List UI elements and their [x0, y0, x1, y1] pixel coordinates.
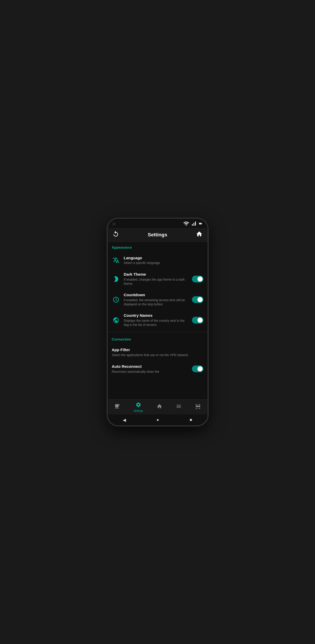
nav-logs[interactable] — [176, 403, 182, 411]
auto-reconnect-text: Auto Reconnect Reconnect automatically w… — [112, 364, 188, 374]
status-left — [112, 223, 115, 226]
language-title: Language — [124, 255, 203, 261]
country-names-title: Country Names — [124, 313, 188, 318]
setting-language[interactable]: Language Select a specific language — [108, 252, 208, 269]
android-nav: ◀ ● ■ — [108, 414, 208, 425]
setting-country-names[interactable]: Country Names Displays the name of the c… — [108, 310, 208, 330]
header: Settings — [108, 228, 208, 242]
section-header-appearance: Appearance — [108, 242, 208, 252]
logs-icon — [176, 403, 182, 411]
settings-nav-label: Settings — [133, 409, 143, 412]
dark-theme-toggle-knob — [197, 276, 203, 282]
status-bar — [108, 219, 208, 228]
phone-screen: Settings Appearance — [108, 219, 208, 425]
camera-dot — [112, 223, 115, 226]
section-header-connection: Connection — [108, 334, 208, 344]
wifi-icon — [183, 220, 189, 228]
android-recents-btn[interactable]: ■ — [190, 418, 192, 422]
phone-shell: Settings Appearance — [107, 218, 208, 426]
country-names-icon — [112, 316, 120, 324]
android-home-btn[interactable]: ● — [157, 418, 159, 422]
section-appearance: Appearance Language Select a specific la… — [108, 242, 208, 330]
section-divider — [108, 332, 208, 332]
setting-countdown[interactable]: Countdown If enabled, the remaining acce… — [108, 289, 208, 310]
app-filter-desc: Select the applications that use or not … — [112, 353, 203, 357]
content-scroll[interactable]: Appearance Language Select a specific la… — [108, 242, 208, 399]
dark-theme-toggle[interactable] — [192, 276, 203, 282]
country-names-desc: Displays the name of the country next to… — [124, 319, 188, 327]
settings-icon — [136, 402, 141, 409]
setting-app-filter[interactable]: App Filter Select the applications that … — [108, 344, 208, 361]
dark-theme-text: Dark Theme If enabled, changes the app t… — [124, 272, 188, 286]
back-button[interactable] — [112, 231, 119, 239]
home-nav-icon — [157, 403, 162, 411]
status-right — [183, 220, 203, 228]
svg-rect-1 — [202, 223, 202, 224]
countdown-toggle[interactable] — [192, 296, 203, 303]
auto-reconnect-toggle[interactable] — [192, 365, 203, 372]
android-back-btn[interactable]: ◀ — [123, 418, 126, 422]
countdown-toggle-knob — [197, 297, 203, 302]
bottom-nav: Settings — [108, 399, 208, 414]
language-text: Language Select a specific language — [124, 255, 203, 265]
app-filter-title: App Filter — [112, 347, 203, 352]
auto-reconnect-toggle-knob — [197, 366, 203, 371]
app-filter-text: App Filter Select the applications that … — [112, 347, 203, 357]
nav-home[interactable] — [157, 403, 162, 411]
page-title: Settings — [148, 232, 167, 238]
country-names-toggle[interactable] — [192, 317, 203, 324]
dark-theme-title: Dark Theme — [124, 272, 188, 277]
info-icon — [195, 403, 201, 411]
auto-reconnect-title: Auto Reconnect — [112, 364, 188, 369]
setting-auto-reconnect[interactable]: Auto Reconnect Reconnect automatically w… — [108, 361, 208, 377]
signal-icon — [191, 220, 197, 228]
dark-theme-desc: If enabled, changes the app theme to a d… — [124, 277, 188, 286]
servers-icon — [114, 403, 120, 411]
countdown-text: Countdown If enabled, the remaining acce… — [124, 292, 188, 307]
nav-info[interactable] — [195, 403, 201, 411]
language-icon — [112, 256, 120, 264]
home-button[interactable] — [196, 231, 203, 239]
dark-theme-icon — [112, 275, 120, 283]
setting-dark-theme[interactable]: Dark Theme If enabled, changes the app t… — [108, 269, 208, 289]
countdown-icon — [112, 295, 120, 304]
svg-rect-2 — [199, 223, 201, 224]
country-names-text: Country Names Displays the name of the c… — [124, 313, 188, 327]
nav-settings[interactable]: Settings — [133, 402, 143, 412]
section-connection: Connection App Filter Select the applica… — [108, 334, 208, 382]
battery-icon — [198, 222, 203, 226]
countdown-desc: If enabled, the remaining access time wi… — [124, 298, 188, 307]
language-desc: Select a specific language — [124, 261, 203, 265]
nav-servers[interactable] — [114, 403, 120, 411]
countdown-title: Countdown — [124, 292, 188, 298]
country-names-toggle-knob — [197, 318, 203, 323]
auto-reconnect-desc: Reconnect automatically when the — [112, 370, 188, 374]
